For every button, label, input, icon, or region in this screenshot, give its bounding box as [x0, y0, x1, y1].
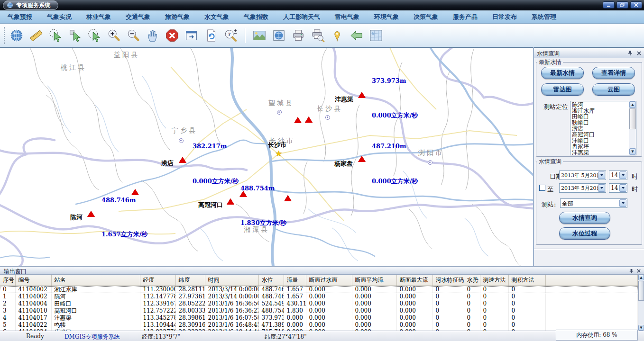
- toolbar-grip[interactable]: [4, 27, 5, 44]
- chevron-down-icon[interactable]: [619, 171, 626, 179]
- map-canvas[interactable]: 益阳县桃江县宁乡县望城县长沙县长沙市浏阳市湘潭县沣惠渠长沙市杨家盘涝店高冠河口陈…: [0, 47, 533, 266]
- select-arrow-icon[interactable]: [67, 28, 83, 43]
- radar-chart-button[interactable]: 雷达图: [541, 83, 584, 96]
- stop-icon[interactable]: [165, 28, 180, 43]
- station-marker[interactable]: [87, 211, 95, 217]
- scroll-up-icon[interactable]: ▲: [629, 101, 636, 108]
- pin-icon[interactable]: [627, 50, 634, 56]
- column-header[interactable]: 测速方法: [480, 275, 508, 286]
- station-marker[interactable]: [305, 117, 313, 123]
- column-header[interactable]: 纬度: [175, 275, 205, 286]
- print-preview-icon[interactable]: [310, 28, 325, 43]
- chevron-down-icon[interactable]: [598, 171, 605, 179]
- station-marker[interactable]: [294, 117, 302, 123]
- station-listbox[interactable]: 陈河湘江水库田峪口耿峪口涝店高冠河口沣峪口冉家坪沣惠渠 ▲ ▼: [570, 101, 636, 155]
- hour-combo[interactable]: 14: [609, 170, 627, 180]
- chevron-down-icon[interactable]: [619, 199, 626, 207]
- column-header[interactable]: 水势: [464, 275, 480, 286]
- station-marker[interactable]: [358, 92, 366, 98]
- column-header[interactable]: 流量: [284, 275, 306, 286]
- column-header[interactable]: 序号: [0, 275, 15, 286]
- menu-item-12[interactable]: 服务产品: [453, 13, 478, 21]
- menu-item-6[interactable]: 水文气象: [204, 13, 229, 21]
- globe-icon[interactable]: [9, 28, 24, 43]
- date-combo[interactable]: 2013年 5月20日: [559, 170, 606, 180]
- station-marker[interactable]: [284, 195, 292, 201]
- station-combo[interactable]: 全部: [560, 198, 627, 208]
- station-marker[interactable]: [179, 157, 186, 163]
- panel-close-icon[interactable]: [635, 50, 642, 56]
- water-query-button[interactable]: 水情查询: [559, 212, 610, 224]
- latest-water-button[interactable]: 最新水情: [541, 67, 584, 79]
- pin-icon[interactable]: [628, 268, 635, 274]
- column-header[interactable]: 断面平均流: [352, 275, 396, 286]
- column-header[interactable]: 断面过水面: [306, 275, 352, 286]
- select-polygon-icon[interactable]: [48, 28, 63, 43]
- column-header[interactable]: 断面最大流: [396, 275, 432, 286]
- station-marker[interactable]: [227, 198, 234, 205]
- menu-item-14[interactable]: 系统管理: [532, 13, 556, 21]
- select-circle-icon[interactable]: [87, 28, 102, 43]
- station-list-item[interactable]: 沣惠渠: [572, 150, 635, 155]
- menu-item-5[interactable]: 旅游气象: [165, 13, 190, 21]
- station-list-item[interactable]: 田峪口: [572, 114, 635, 120]
- menu-item-7[interactable]: 气象指数: [244, 13, 268, 21]
- image-icon[interactable]: [252, 28, 267, 43]
- menu-item-11[interactable]: 决策气象: [414, 13, 438, 21]
- column-header[interactable]: 站名: [51, 275, 140, 286]
- to-date-combo[interactable]: 2013年 5月20日: [559, 183, 606, 193]
- scroll-up-icon[interactable]: ▲: [638, 275, 644, 280]
- station-list-item[interactable]: 陈河: [572, 102, 635, 108]
- locate-icon[interactable]: [330, 28, 345, 43]
- zoom-in-icon[interactable]: [106, 28, 121, 43]
- table-row[interactable]: 441104017沣惠渠113.34527828.3986112013/1/6 …: [0, 314, 638, 322]
- station-marker[interactable]: [131, 189, 139, 195]
- to-hour-combo[interactable]: 14: [609, 183, 627, 193]
- close-button[interactable]: [630, 1, 642, 9]
- scroll-down-icon[interactable]: ▼: [638, 325, 644, 331]
- measure-icon[interactable]: [28, 28, 44, 43]
- listbox-scrollbar[interactable]: ▲ ▼: [629, 101, 636, 155]
- table-row[interactable]: 141104002陈河112.14777827.9736112013/3/14 …: [0, 293, 638, 300]
- menu-item-9[interactable]: 雷电气象: [335, 13, 359, 21]
- chevron-down-icon[interactable]: [598, 184, 605, 192]
- output-scrollbar[interactable]: ▲ ▼: [638, 275, 644, 331]
- column-header[interactable]: 水位: [258, 275, 284, 286]
- scroll-thumb[interactable]: [629, 108, 636, 129]
- menu-item-8[interactable]: 人工影响天气: [283, 13, 320, 21]
- overview-icon[interactable]: [368, 28, 384, 43]
- to-checkbox[interactable]: [539, 185, 545, 191]
- menu-item-4[interactable]: 交通气象: [126, 13, 150, 21]
- table-row[interactable]: 341104010高冠河口112.75722228.0033332013/1/6…: [0, 307, 638, 314]
- scroll-thumb[interactable]: [638, 281, 644, 301]
- chevron-down-icon[interactable]: [619, 184, 626, 192]
- menu-item-13[interactable]: 日常发布: [492, 13, 517, 21]
- column-header[interactable]: 河水特征码: [432, 275, 464, 286]
- zoom-out-icon[interactable]: [126, 28, 141, 43]
- table-row[interactable]: 541104022鸣犊113.10944428.3091672013/1/6 1…: [0, 322, 638, 329]
- print-icon[interactable]: [291, 28, 306, 43]
- identify-icon[interactable]: ?: [223, 28, 238, 43]
- scroll-down-icon[interactable]: ▼: [629, 148, 636, 155]
- world-image-icon[interactable]: [271, 28, 286, 43]
- column-header[interactable]: 经度: [140, 275, 175, 286]
- column-header[interactable]: 测积方法: [508, 275, 545, 286]
- view-details-button[interactable]: 查看详情: [592, 67, 635, 79]
- station-marker[interactable]: [358, 156, 366, 162]
- menu-item-3[interactable]: 林业气象: [86, 13, 111, 21]
- window-icon[interactable]: [184, 28, 199, 43]
- menu-item-1[interactable]: 气象预报: [8, 13, 32, 21]
- menu-item-10[interactable]: 环境气象: [374, 13, 399, 21]
- output-close-icon[interactable]: [635, 268, 642, 274]
- station-marker[interactable]: [239, 191, 247, 197]
- table-row[interactable]: 041104002湘江水库111.23000028.2811112013/3/1…: [0, 286, 638, 294]
- column-header[interactable]: 时间: [205, 275, 258, 286]
- station-list-item[interactable]: 高冠河口: [572, 132, 635, 138]
- table-row[interactable]: 241104004田峪口112.33916728.0522222013/1/6 …: [0, 300, 638, 307]
- menu-item-2[interactable]: 气象实况: [47, 13, 72, 21]
- pan-icon[interactable]: [145, 28, 160, 43]
- water-level-process-button[interactable]: 水位过程: [559, 227, 610, 240]
- cloud-image-button[interactable]: 云图: [592, 83, 635, 96]
- refresh-icon[interactable]: [203, 28, 219, 43]
- restore-button[interactable]: [616, 1, 628, 9]
